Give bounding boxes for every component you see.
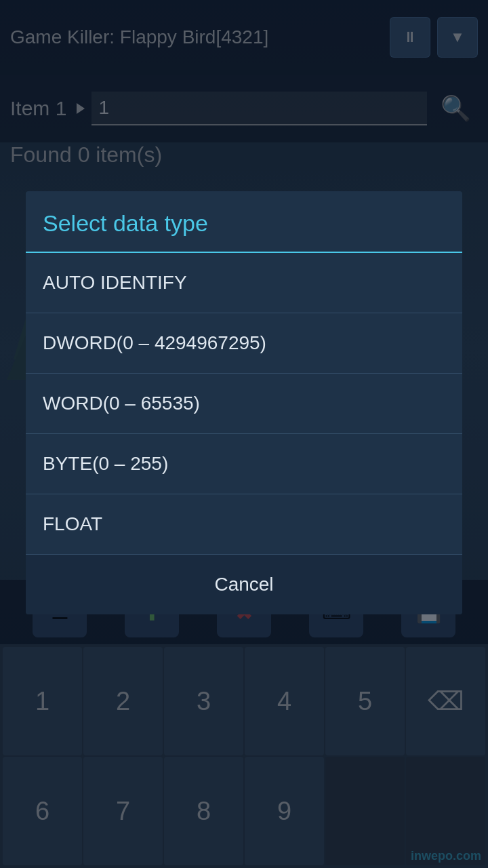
option-float[interactable]: FLOAT bbox=[26, 494, 462, 555]
option-dword[interactable]: DWORD(0 – 4294967295) bbox=[26, 313, 462, 374]
select-data-type-dialog: Select data type AUTO IDENTIFY DWORD(0 –… bbox=[26, 191, 462, 614]
option-word[interactable]: WORD(0 – 65535) bbox=[26, 374, 462, 434]
dialog-title: Select data type bbox=[26, 191, 462, 253]
cancel-button[interactable]: Cancel bbox=[26, 555, 462, 614]
option-byte[interactable]: BYTE(0 – 255) bbox=[26, 434, 462, 494]
option-auto-identify[interactable]: AUTO IDENTIFY bbox=[26, 253, 462, 313]
